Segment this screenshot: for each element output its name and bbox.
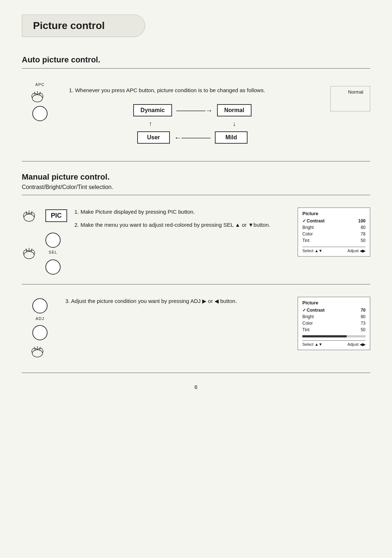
menu2-contrast-label: ✓Contrast [302,307,324,313]
menu1-contrast-row: ✓Contrast 100 [302,218,366,224]
menu2-bright-row: Bright 80 [302,313,366,320]
divider-2 [22,161,370,161]
pic-sel-section: PIC SEL [22,202,370,280]
svg-point-12 [32,350,42,357]
step2-sel: 2. Make the menu you want to adjust red-… [74,221,290,229]
flow-dynamic: Dynamic [133,104,172,116]
page-number: 6 [22,384,370,390]
auto-section-title: Auto picture control. [22,55,370,65]
svg-point-8 [24,251,34,259]
adj-section: ADJ 3. Adjust the picture condition you … [22,291,370,365]
menu2-contrast-value: 70 [361,307,366,313]
page-title: Picture control [33,20,134,32]
flow-chart: Dynamic ————→ Normal ↑ ↓ User ←———— Mild [69,101,316,147]
svg-line-10 [31,249,32,252]
divider-1 [22,68,370,69]
step1-pic: 1. Make Picture displayed by pressing PI… [74,208,290,216]
flow-normal: Normal [217,104,252,116]
hand-icon-4 [30,343,50,360]
flow-user: User [137,131,170,144]
flow-row-2: User ←———— Mild [137,131,248,144]
menu2-bright-value: 80 [361,313,366,320]
sel-button-top[interactable] [45,233,61,248]
menu2-progress-bar [302,335,366,337]
apc-label: APC [35,82,45,87]
apc-button[interactable] [32,106,48,121]
adj-button-top[interactable] [32,298,48,313]
manual-picture-section: Manual picture control. Contrast/Bright/… [22,172,370,373]
pic-button[interactable]: PIC [45,209,67,222]
menu1-footer: Select ▲▼ Adjust ◀▶ [302,247,366,253]
step3-adj: 3. Adjust the picture condition you want… [65,297,290,305]
menu2-color-label: Color [302,320,313,327]
down-arrow: ↓ [233,120,236,128]
menu1-color-value: 78 [361,231,366,237]
menu2-tint-value: 50 [361,327,366,333]
menu2-footer-select: Select ▲▼ [302,342,322,347]
apc-button-col: APC [22,82,58,121]
manual-subtitle: Contrast/Bright/Color/Tint selection. [22,184,370,190]
hand-icon-2 [22,208,42,224]
sel-label: SEL [49,250,57,254]
menu1-color-label: Color [302,231,313,237]
svg-line-7 [26,211,27,215]
sel-group: SEL [22,231,67,275]
menu2-contrast-row: ✓Contrast 70 [302,307,366,313]
svg-line-2 [40,92,40,95]
divider-5 [22,373,370,373]
menu2-tint-row: Tint 50 [302,327,366,333]
menu2-footer-adjust: Adjust ◀▶ [347,342,366,347]
menu2-tint-label: Tint [302,327,310,333]
up-arrow: ↑ [149,120,152,128]
svg-line-15 [34,347,35,350]
menu1-tint-value: 50 [361,237,366,244]
menu1-contrast-value: 100 [358,218,366,224]
divider-3 [22,195,370,195]
menu1-bright-value: 80 [361,224,366,231]
normal-display-label: Normal [348,89,363,95]
menu1-bright-row: Bright 80 [302,224,366,231]
picture-menu-2: Picture ✓Contrast 70 Bright 80 Color 73 … [298,297,370,350]
menu1-color-row: Color 78 [302,231,366,237]
menu2-bright-label: Bright [302,313,314,320]
step1-text: 1. Whenever you press APC button, pictur… [69,86,316,95]
flow-diagram: 1. Whenever you press APC button, pictur… [69,82,316,147]
svg-point-4 [24,214,34,221]
menu1-footer-select: Select ▲▼ [302,249,322,253]
svg-line-14 [40,347,40,350]
menu2-color-value: 73 [361,320,366,327]
adj-instructions: 3. Adjust the picture condition you want… [65,297,290,310]
menu1-title: Picture [302,211,366,216]
manual-section-title: Manual picture control. [22,172,370,182]
menu2-color-row: Color 73 [302,320,366,327]
apc-section: APC 1. Whenever you press APC button, pi… [22,75,370,157]
svg-point-0 [32,95,42,102]
sel-button-bottom[interactable] [45,259,61,275]
arrow-right-1: ————→ [176,106,213,115]
pic-sel-col: PIC SEL [22,208,67,275]
arrow-left-1: ←———— [174,134,211,142]
menu1-footer-adjust: Adjust ◀▶ [347,249,366,253]
adj-label: ADJ [36,316,44,321]
svg-line-3 [34,92,35,95]
pic-group: PIC [22,208,67,224]
adj-button-bottom[interactable] [32,325,48,340]
svg-line-11 [26,249,27,252]
divider-4 [22,284,370,284]
vertical-arrows: ↑ ↓ [136,120,249,128]
flow-mild: Mild [215,131,248,144]
flow-row-1: Dynamic ————→ Normal [133,104,252,116]
hand-icon-3 [22,245,42,261]
pic-sel-instructions: 1. Make Picture displayed by pressing PI… [74,208,290,234]
menu1-contrast-label: ✓Contrast [302,218,324,224]
menu1-tint-row: Tint 50 [302,237,366,244]
picture-menu-1: Picture ✓Contrast 100 Bright 80 Color 78… [298,208,370,257]
auto-picture-section: Auto picture control. APC 1. Whenever yo… [22,55,370,161]
menu1-bright-label: Bright [302,224,314,231]
menu2-progress-container [302,335,366,337]
menu2-footer: Select ▲▼ Adjust ◀▶ [302,340,366,347]
menu1-tint-label: Tint [302,237,310,244]
normal-display-box: Normal [330,86,370,111]
menu2-progress-fill [302,335,347,337]
title-banner: Picture control [22,15,145,37]
